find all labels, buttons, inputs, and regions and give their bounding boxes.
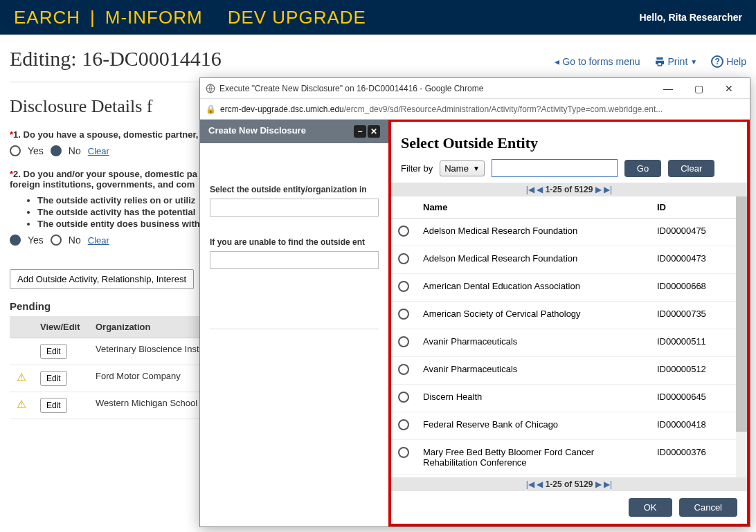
warn-cell: ⚠ bbox=[10, 392, 33, 419]
modal-close-icon[interactable]: ✕ bbox=[368, 125, 380, 138]
entity-row[interactable]: Adelson Medical Research FoundationID000… bbox=[391, 246, 747, 274]
q1-yes-label: Yes bbox=[28, 145, 44, 156]
entity-name: Avanir Pharmaceuticals bbox=[416, 329, 650, 357]
page-title: Editing: 16-DC00014416 bbox=[10, 47, 222, 71]
entity-id: ID00000473 bbox=[650, 246, 747, 274]
brand: EARCH | M-INFORM DEV UPGRADE bbox=[14, 7, 366, 28]
filter-row: Filter by Name ▼ Go Clear bbox=[391, 159, 747, 183]
q1-no-radio[interactable] bbox=[51, 145, 62, 156]
cancel-button[interactable]: Cancel bbox=[679, 498, 737, 517]
help-label: Help bbox=[726, 56, 746, 67]
select-entity-title: Select Outside Entity bbox=[391, 122, 747, 159]
chevron-left-icon: ◂ bbox=[555, 56, 559, 67]
top-links: ◂ Go to forms menu Print ▼ ? Help bbox=[555, 55, 746, 68]
filter-dropdown[interactable]: Name ▼ bbox=[440, 160, 485, 176]
entity-row[interactable]: Adelson Medical Research FoundationID000… bbox=[391, 219, 747, 246]
chrome-title: Execute "Create New Disclosure" on 16-DC… bbox=[219, 84, 483, 93]
pager-first-icon[interactable]: |◀ bbox=[526, 479, 534, 489]
entity-name: Avanir Pharmaceuticals bbox=[416, 357, 650, 385]
entity-radio[interactable] bbox=[398, 226, 409, 237]
entity-row[interactable]: Avanir PharmaceuticalsID00000512 bbox=[391, 357, 747, 385]
maximize-button[interactable]: ▢ bbox=[683, 79, 714, 98]
url-host: ercm-dev-upgrade.dsc.umich.edu bbox=[220, 104, 344, 114]
entity-radio[interactable] bbox=[398, 447, 409, 458]
pager-text: 1-25 of 5129 bbox=[546, 479, 593, 489]
entity-id: ID00000735 bbox=[650, 302, 747, 329]
brand-divider: | bbox=[90, 7, 96, 28]
pager-prev-icon[interactable]: ◀ bbox=[537, 479, 543, 489]
entity-row[interactable]: American Dental Education AssociationID0… bbox=[391, 274, 747, 302]
entity-id: ID00000512 bbox=[650, 357, 747, 385]
pager-prev-icon[interactable]: ◀ bbox=[537, 185, 543, 194]
entity-id: ID00000475 bbox=[650, 219, 747, 246]
minimize-button[interactable]: — bbox=[653, 79, 683, 98]
entity-row[interactable]: Avanir PharmaceuticalsID00000511 bbox=[391, 329, 747, 357]
entity-name: American Society of Cervical Pathology bbox=[416, 302, 650, 329]
q2-yes-radio[interactable] bbox=[10, 235, 21, 246]
entity-id: ID00000418 bbox=[650, 412, 747, 440]
left-prompt2: If you are unable to find the outside en… bbox=[210, 237, 379, 247]
filter-input[interactable] bbox=[492, 159, 618, 177]
q2-clear-link[interactable]: Clear bbox=[88, 235, 109, 246]
brand-right: DEV UPGRADE bbox=[228, 7, 366, 28]
col-name: Name bbox=[416, 196, 650, 219]
ok-button[interactable]: OK bbox=[629, 498, 672, 517]
entity-radio[interactable] bbox=[398, 253, 409, 264]
left-pane: Create New Disclosure − ✕ Select the out… bbox=[200, 120, 388, 526]
chevron-down-icon: ▼ bbox=[690, 58, 697, 66]
modal-minimize-icon[interactable]: − bbox=[354, 125, 366, 138]
entity-radio[interactable] bbox=[398, 419, 409, 430]
chevron-down-icon: ▼ bbox=[473, 165, 480, 172]
pager-last-icon[interactable]: ▶| bbox=[604, 185, 612, 194]
q2-no-label: No bbox=[69, 235, 81, 246]
q2-no-radio[interactable] bbox=[51, 235, 62, 246]
print-label: Print bbox=[668, 56, 688, 67]
edit-button[interactable]: Edit bbox=[40, 344, 67, 359]
pager-first-icon[interactable]: |◀ bbox=[526, 185, 534, 194]
entity-id: ID00000668 bbox=[650, 274, 747, 302]
left-prompt1: Select the outside entity/organization i… bbox=[210, 185, 379, 194]
globe-icon bbox=[206, 84, 215, 93]
pager-next-icon[interactable]: ▶ bbox=[595, 479, 602, 489]
entity-row[interactable]: American Society of Cervical PathologyID… bbox=[391, 302, 747, 329]
edit-button[interactable]: Edit bbox=[40, 398, 67, 413]
entity-radio[interactable] bbox=[398, 336, 409, 347]
entity-radio[interactable] bbox=[398, 364, 409, 375]
brand-left: EARCH bbox=[14, 7, 80, 28]
entity-select-field[interactable] bbox=[210, 199, 379, 217]
left-divider bbox=[210, 329, 379, 329]
print-link[interactable]: Print ▼ bbox=[654, 56, 698, 67]
entity-row[interactable]: Federal Reserve Bank of ChicagoID0000041… bbox=[391, 412, 747, 440]
entity-row[interactable]: Mary Free Bed Betty Bloomer Ford Cancer … bbox=[391, 440, 747, 475]
q1-yes-radio[interactable] bbox=[10, 145, 21, 156]
entity-radio[interactable] bbox=[398, 281, 409, 292]
forms-menu-link[interactable]: ◂ Go to forms menu bbox=[555, 56, 640, 67]
go-button[interactable]: Go bbox=[624, 160, 661, 177]
entity-row[interactable]: Discern HealthID00000645 bbox=[391, 385, 747, 412]
warn-cell bbox=[10, 338, 33, 365]
add-activity-button[interactable]: Add Outside Activity, Relationship, Inte… bbox=[10, 269, 194, 289]
url-path: /ercm_dev9/sd/ResourceAdministration/Act… bbox=[344, 104, 663, 114]
col-id: ID bbox=[650, 196, 747, 219]
pager-next-icon[interactable]: ▶ bbox=[595, 185, 602, 194]
close-button[interactable]: ✕ bbox=[714, 79, 744, 98]
q1-no-label: No bbox=[69, 145, 81, 156]
clear-button[interactable]: Clear bbox=[668, 160, 714, 177]
edit-button[interactable]: Edit bbox=[40, 371, 67, 386]
pending-col-warn bbox=[10, 316, 33, 338]
pager-last-icon[interactable]: ▶| bbox=[604, 479, 612, 489]
warning-icon: ⚠ bbox=[17, 398, 26, 410]
help-link[interactable]: ? Help bbox=[711, 55, 746, 68]
top-banner: EARCH | M-INFORM DEV UPGRADE Hello, Rita… bbox=[0, 0, 756, 35]
entity-name: Adelson Medical Research Foundation bbox=[416, 246, 650, 274]
entity-name: American Dental Education Association bbox=[416, 274, 650, 302]
entity-table: Name ID Adelson Medical Research Foundat… bbox=[391, 196, 747, 475]
q1-clear-link[interactable]: Clear bbox=[88, 146, 109, 156]
entity-text-field[interactable] bbox=[210, 251, 379, 269]
chrome-window-controls: — ▢ ✕ bbox=[653, 79, 744, 98]
entity-radio[interactable] bbox=[398, 392, 409, 403]
scrollbar[interactable] bbox=[736, 196, 747, 477]
warning-icon: ⚠ bbox=[17, 372, 26, 383]
modal-body: Create New Disclosure − ✕ Select the out… bbox=[200, 120, 750, 526]
entity-radio[interactable] bbox=[398, 309, 409, 320]
